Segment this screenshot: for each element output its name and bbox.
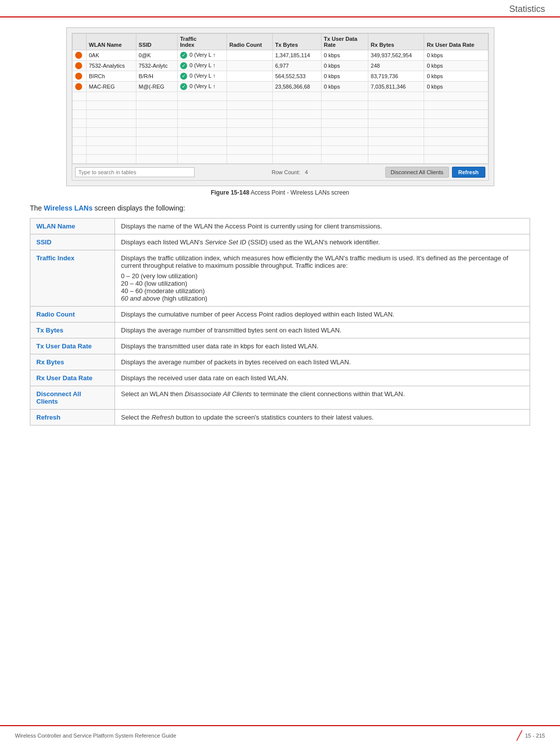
empty-cell	[226, 101, 272, 110]
empty-row	[72, 110, 488, 119]
row-wlan-name: MAC-REG	[86, 82, 136, 92]
empty-cell	[424, 155, 488, 164]
row-icon	[72, 82, 86, 92]
table-row: MAC-REG M@(-REG ✓ 0 (Very L ↑ 23,586,366…	[72, 82, 488, 92]
empty-cell	[424, 119, 488, 128]
disconnect-all-button[interactable]: Disconnect All Clients	[385, 167, 449, 178]
desc-definition: Displays the received user data rate on …	[115, 370, 530, 386]
wlan-table-container: WLAN Name SSID TrafficIndex Radio Count …	[72, 33, 489, 181]
empty-cell	[321, 128, 368, 137]
search-input[interactable]	[75, 167, 195, 177]
empty-cell	[272, 137, 321, 146]
row-rx-user-rate: 0 kbps	[424, 82, 488, 92]
row-ssid: M@(-REG	[136, 82, 177, 92]
table-row: BIRCh B/R/H ✓ 0 (Very L ↑ 564,552,533 0 …	[72, 71, 488, 82]
row-rx-bytes: 349,937,562,954	[368, 50, 424, 61]
highlight-wlans: Wireless LANs	[44, 204, 93, 212]
desc-definition: Displays the transmitted user data rate …	[115, 338, 530, 354]
empty-cell	[321, 146, 368, 155]
empty-cell	[321, 110, 368, 119]
empty-row	[72, 137, 488, 146]
empty-cell	[226, 128, 272, 137]
empty-cell	[136, 155, 177, 164]
empty-row	[72, 155, 488, 164]
desc-term: Disconnect AllClients	[30, 386, 115, 410]
empty-cell	[72, 155, 86, 164]
row-rx-bytes: 83,719,736	[368, 71, 424, 82]
check-icon: ✓	[180, 73, 187, 80]
empty-cell	[368, 137, 424, 146]
empty-cell	[272, 146, 321, 155]
empty-cell	[226, 155, 272, 164]
desc-definition: Select an WLAN then Disassociate All Cli…	[115, 386, 530, 410]
table-row: 7532-Analytics 7532-Anlytc ✓ 0 (Very L ↑…	[72, 61, 488, 71]
figure-caption: Figure 15-148 Access Point - Wireless LA…	[30, 189, 530, 196]
empty-cell	[86, 146, 136, 155]
figure-caption-text: Access Point - Wireless LANs screen	[249, 189, 349, 196]
wlan-table: WLAN Name SSID TrafficIndex Radio Count …	[72, 33, 488, 164]
desc-term: Traffic Index	[30, 250, 115, 307]
row-wlan-name: BIRCh	[86, 71, 136, 82]
empty-cell	[272, 155, 321, 164]
row-tx-user-rate: 0 kbps	[321, 71, 368, 82]
col-header-traffic-index: TrafficIndex	[177, 34, 226, 50]
empty-cell	[136, 128, 177, 137]
footer-slash-icon: ╱	[517, 730, 522, 741]
empty-cell	[72, 92, 86, 101]
empty-cell	[86, 101, 136, 110]
row-tx-bytes: 1,347,185,114	[272, 50, 321, 61]
empty-cell	[86, 137, 136, 146]
empty-cell	[226, 110, 272, 119]
row-ssid: 7532-Anlytc	[136, 61, 177, 71]
empty-cell	[368, 119, 424, 128]
empty-cell	[86, 119, 136, 128]
empty-cell	[86, 155, 136, 164]
footer-page-number: ╱ 15 - 215	[517, 730, 545, 741]
empty-cell	[177, 137, 226, 146]
desc-definition: Displays the traffic utilization index, …	[115, 250, 530, 307]
desc-row: WLAN NameDisplays the name of the WLAN t…	[30, 218, 530, 234]
row-tx-bytes: 23,586,366,68	[272, 82, 321, 92]
col-header-tx-user-data-rate: Tx User DataRate	[321, 34, 368, 50]
empty-cell	[136, 119, 177, 128]
intro-paragraph: The Wireless LANs screen displays the fo…	[30, 204, 530, 212]
row-tx-bytes: 6,977	[272, 61, 321, 71]
empty-cell	[226, 92, 272, 101]
desc-term: SSID	[30, 234, 115, 250]
main-content: WLAN Name SSID TrafficIndex Radio Count …	[0, 17, 560, 455]
empty-cell	[72, 101, 86, 110]
empty-cell	[424, 128, 488, 137]
refresh-button[interactable]: Refresh	[452, 167, 485, 178]
desc-row: Radio CountDisplays the cumulative numbe…	[30, 307, 530, 323]
col-header-tx-bytes: Tx Bytes	[272, 34, 321, 50]
empty-cell	[321, 101, 368, 110]
row-traffic-index: ✓ 0 (Very L ↑	[177, 50, 226, 61]
empty-cell	[86, 92, 136, 101]
check-icon: ✓	[180, 52, 187, 59]
empty-cell	[272, 128, 321, 137]
empty-cell	[321, 137, 368, 146]
row-icon	[72, 71, 86, 82]
desc-row: Rx User Data RateDisplays the received u…	[30, 370, 530, 386]
row-tx-bytes: 564,552,533	[272, 71, 321, 82]
empty-cell	[368, 92, 424, 101]
empty-cell	[424, 137, 488, 146]
empty-cell	[321, 155, 368, 164]
empty-cell	[136, 146, 177, 155]
empty-cell	[424, 92, 488, 101]
row-rx-user-rate: 0 kbps	[424, 71, 488, 82]
empty-cell	[368, 146, 424, 155]
footer-left: Wireless Controller and Service Platform…	[15, 733, 176, 739]
check-icon: ✓	[180, 62, 187, 69]
empty-cell	[368, 128, 424, 137]
footer-page-text: 15 - 215	[525, 733, 545, 739]
row-radio-count	[226, 71, 272, 82]
table-row: 0AK 0@K ✓ 0 (Very L ↑ 1,347,185,114 0 kb…	[72, 50, 488, 61]
row-wlan-name: 7532-Analytics	[86, 61, 136, 71]
empty-row	[72, 128, 488, 137]
row-rx-bytes: 248	[368, 61, 424, 71]
row-count: Row Count: 4	[272, 169, 308, 175]
row-rx-user-rate: 0 kbps	[424, 50, 488, 61]
empty-cell	[177, 119, 226, 128]
col-header-wlan-name: WLAN Name	[86, 34, 136, 50]
